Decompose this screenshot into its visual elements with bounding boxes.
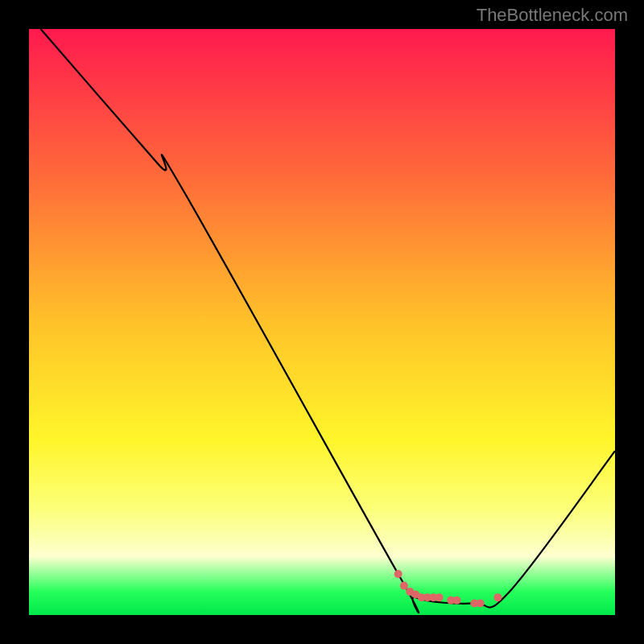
highlight-dot: [400, 582, 408, 590]
highlight-dot: [436, 593, 444, 601]
highlight-dot: [452, 597, 460, 605]
bottleneck-chart: [29, 29, 615, 615]
watermark-text: TheBottleneck.com: [477, 5, 628, 26]
highlight-dot: [477, 599, 485, 607]
highlight-dot: [394, 570, 402, 578]
chart-container: TheBottleneck.com: [0, 0, 644, 644]
highlight-dot: [493, 593, 502, 601]
